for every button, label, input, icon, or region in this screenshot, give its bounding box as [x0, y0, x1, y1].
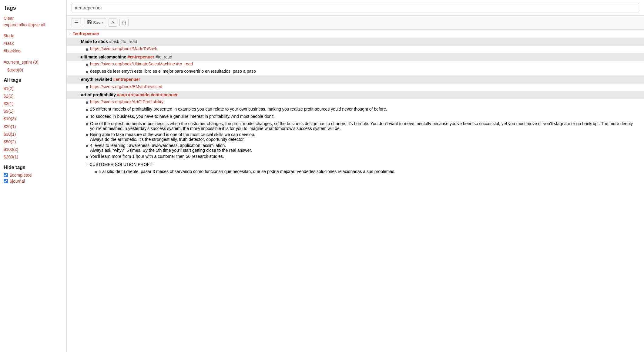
outline-item-2: ▷ ultimate salesmachine #entrepenuer #to…: [67, 53, 644, 61]
checkbox-journal-label[interactable]: $journal: [10, 179, 25, 184]
list-icon-button[interactable]: ☰: [72, 18, 81, 27]
outline-item-10: To succeed in business, you have to have…: [67, 113, 644, 121]
item-7-bold: art of profitability: [81, 92, 117, 97]
item-10-text: To succeed in business, you have to have…: [90, 114, 275, 119]
clear-link[interactable]: Clear: [4, 15, 63, 22]
root-tag-label: #entrepenuer: [72, 31, 99, 36]
hide-tags-button[interactable]: Hide tags: [4, 165, 63, 170]
expand-all-link[interactable]: expand all: [4, 22, 23, 27]
outline-item-7: ▷ art of profitability #aop #resumido #e…: [67, 91, 644, 99]
bullet-icon-16: [95, 171, 97, 173]
bullet-icon-4: [86, 71, 88, 73]
outline-item-3: https://sivers.org/book/UltimateSalesMac…: [67, 61, 644, 68]
checkbox-completed-row: $completed: [4, 173, 63, 178]
bullet-icon-12: [86, 134, 88, 136]
outline-item-16: Ir al sitio de tu cliente, pasar 3 meses…: [67, 168, 644, 176]
tag-1[interactable]: $1(2): [4, 85, 63, 92]
item-2-extra: #to_read: [154, 55, 172, 59]
item-15-text: CUSTOMER SOLUTION PROFIT: [89, 162, 153, 167]
tag-100[interactable]: $100(2): [4, 146, 63, 153]
item-16-text: Ir al sitio de tu cliente, pasar 3 meses…: [99, 169, 395, 174]
collapse-all-link[interactable]: collapse all: [24, 22, 45, 27]
bullet-icon-8: [86, 101, 88, 104]
item-13-text: 4 levels to learning : awareness, awkwar…: [90, 143, 252, 153]
expand-icon-7[interactable]: ▷: [78, 93, 80, 96]
item-8-link: https://sivers.org/book/ArtOfProfitabili…: [90, 99, 163, 104]
bullet-icon-13: [86, 145, 88, 147]
tag-2[interactable]: $2(2): [4, 92, 63, 100]
tag-200[interactable]: $200(1): [4, 153, 63, 161]
expand-collapse-links: expand all/collapse all: [4, 22, 45, 27]
sprint-tags: #current_sprint (0) $todo(0): [4, 58, 63, 74]
item-1-link: https://sivers.org/book/MadeToStick: [90, 46, 157, 51]
outline-item-12: Being able to take measure of the world …: [67, 131, 644, 142]
tag-20[interactable]: $20(1): [4, 123, 63, 131]
code-button[interactable]: {;}: [119, 19, 129, 26]
checkbox-list: $completed $journal: [4, 173, 63, 184]
bullet-icon-9: [86, 109, 88, 111]
item-0-text-bold: Made to stick: [81, 39, 109, 44]
item-4-text: despues de leer emyth este libro es el m…: [90, 69, 256, 74]
checkbox-journal[interactable]: [4, 179, 8, 183]
all-tags-list: $1(2) $2(2) $3(1) $9(1) $10(3) $20(1) $3…: [4, 85, 63, 161]
outline-item-5: ▷ emyth revisited #entrepenuer: [67, 75, 644, 83]
item-12-text: Being able to take measure of the world …: [90, 132, 255, 142]
save-icon: [87, 20, 92, 25]
item-6-link: https://sivers.org/book/EMythRevisited: [90, 84, 162, 89]
sidebar-actions: Clear expand all/collapse all: [4, 15, 63, 28]
expand-icon-2[interactable]: ▷: [78, 55, 80, 58]
outline-root-item: ▷ #entrepenuer: [67, 30, 644, 38]
sidebar-tag-sprint[interactable]: #current_sprint (0): [4, 58, 63, 66]
item-3-link: https://sivers.org/book/UltimateSalesMac…: [90, 61, 193, 66]
content-area: ▷ #entrepenuer ▷ Made to stick #task #to…: [67, 30, 644, 352]
format-button[interactable]: Ix: [109, 18, 117, 27]
outline-item-14: You'll learn more from 1 hour with a cus…: [67, 153, 644, 161]
tag-9[interactable]: $9(1): [4, 108, 63, 115]
bullet-icon-11: [86, 123, 88, 125]
expand-icon-0[interactable]: ▷: [78, 40, 80, 43]
expand-icon-15[interactable]: ▷: [86, 163, 88, 166]
sidebar-tag-todo[interactable]: $todo: [4, 32, 63, 40]
bullet-icon-14: [86, 156, 88, 158]
active-tag-list: $todo #task #backlog: [4, 32, 63, 55]
outline-item-0: ▷ Made to stick #task #to_read: [67, 38, 644, 45]
tag-30[interactable]: $30(1): [4, 131, 63, 138]
expand-icon-root[interactable]: ▷: [69, 32, 71, 35]
bullet-icon-6: [86, 86, 88, 88]
all-tags-label: All tags: [4, 78, 63, 83]
toolbar: ☰ Save Ix {;}: [67, 16, 644, 30]
outline-item-15: ▷ CUSTOMER SOLUTION PROFIT: [67, 161, 644, 168]
outline-item-8: https://sivers.org/book/ArtOfProfitabili…: [67, 99, 644, 106]
save-label: Save: [93, 20, 103, 25]
item-9-text: 25 different models of profitability pre…: [90, 107, 387, 111]
save-button[interactable]: Save: [84, 18, 106, 27]
sidebar-tag-sprint-todo[interactable]: $todo(0): [4, 66, 63, 74]
outline-item-13: 4 levels to learning : awareness, awkwar…: [67, 142, 644, 153]
outline-root: ▷ #entrepenuer ▷ Made to stick #task #to…: [67, 30, 644, 176]
code-icon: {;}: [122, 20, 126, 25]
checkbox-completed[interactable]: [4, 173, 8, 177]
outline-item-6: https://sivers.org/book/EMythRevisited: [67, 84, 644, 91]
tag-10[interactable]: $10(3): [4, 115, 63, 123]
sidebar-tag-backlog[interactable]: #backlog: [4, 47, 63, 55]
item-5-tag: #entrepenuer: [113, 77, 140, 82]
outline-item-4: despues de leer emyth este libro es el m…: [67, 68, 644, 75]
bullet-icon-3: [86, 64, 88, 66]
search-input[interactable]: [72, 3, 639, 12]
checkbox-completed-label[interactable]: $completed: [10, 173, 32, 178]
tag-3[interactable]: $3(1): [4, 100, 63, 108]
search-bar: [67, 0, 644, 16]
sidebar-tag-task[interactable]: #task: [4, 40, 63, 47]
bullet-icon-1: [86, 48, 88, 51]
sidebar-title: Tags: [4, 5, 63, 11]
tag-50[interactable]: $50(2): [4, 138, 63, 146]
bullet-icon-10: [86, 116, 88, 118]
item-0-text-tags: #task #to_read: [109, 39, 137, 44]
outline-item-9: 25 different models of profitability pre…: [67, 106, 644, 113]
item-7-tags: #aop #resumido #entrepenuer: [117, 92, 178, 97]
outline-item-1: https://sivers.org/book/MadeToStick: [67, 46, 644, 53]
checkbox-journal-row: $journal: [4, 179, 63, 184]
expand-icon-5[interactable]: ▷: [78, 78, 80, 81]
format-sub-icon: x: [113, 21, 114, 24]
sidebar: Tags Clear expand all/collapse all $todo…: [0, 0, 67, 352]
